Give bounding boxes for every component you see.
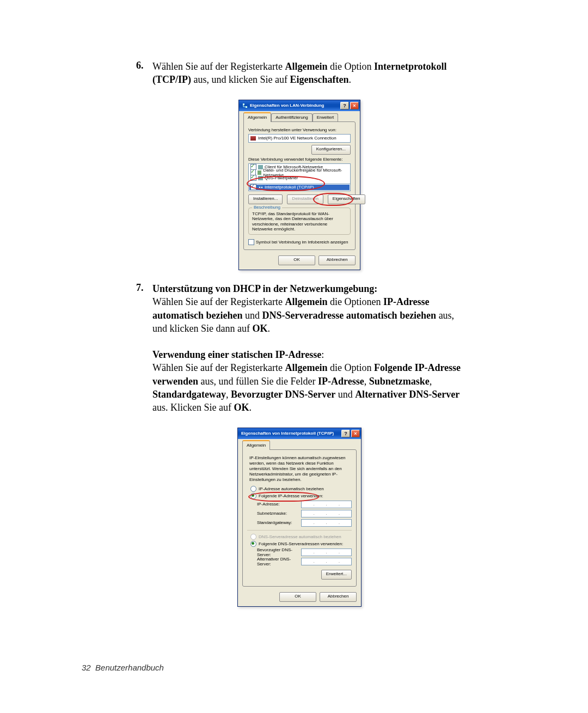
field-label: Subnetzmaske: bbox=[257, 511, 301, 516]
ip-address-input[interactable]: ... bbox=[301, 501, 352, 508]
intro-text: IP-Einstellungen können automatisch zuge… bbox=[249, 455, 350, 483]
checkbox[interactable] bbox=[250, 175, 256, 181]
nic-icon bbox=[250, 136, 256, 141]
title-text: Eigenschaften von LAN-Verbindung bbox=[250, 103, 339, 108]
radio-label: IP-Adresse automatisch beziehen bbox=[259, 486, 324, 491]
radio-auto-ip[interactable]: IP-Adresse automatisch beziehen bbox=[250, 486, 352, 492]
radio[interactable] bbox=[250, 486, 256, 492]
page-number: 32 bbox=[82, 663, 91, 672]
ip-address-row: IP-Adresse:... bbox=[257, 501, 352, 508]
uninstall-button: Deinstallieren bbox=[287, 194, 323, 204]
step-7-para2: Wählen Sie auf der Registerkarte Allgeme… bbox=[152, 361, 463, 414]
screenshot-tcpip-properties: Eigenschaften von Internetprotokoll (TCP… bbox=[136, 428, 463, 607]
svg-rect-0 bbox=[243, 103, 244, 105]
description-group: Beschreibung TCP/IP, das Standardprotoko… bbox=[248, 208, 351, 235]
tab-allgemein[interactable]: Allgemein bbox=[242, 440, 270, 450]
static-ip-heading: Verwendung einer statischen IP-Adresse bbox=[152, 349, 321, 360]
tcpip-properties-dialog: Eigenschaften von Internetprotokoll (TCP… bbox=[237, 428, 362, 607]
tab-allgemein[interactable]: Allgemein bbox=[243, 112, 271, 122]
checkbox[interactable] bbox=[250, 184, 256, 190]
radio-label: Folgende DNS-Serveradressen verwenden: bbox=[259, 541, 343, 546]
cancel-button[interactable]: Abbrechen bbox=[320, 592, 357, 602]
text: die Option bbox=[327, 61, 374, 72]
tray-icon-row[interactable]: Symbol bei Verbindung im Infobereich anz… bbox=[248, 239, 351, 245]
adapter-field[interactable]: Intel(R) Pro/100 VE Network Connection bbox=[248, 134, 351, 143]
radio bbox=[250, 534, 256, 540]
tabs: Allgemein bbox=[242, 440, 357, 450]
radio-static-dns[interactable]: Folgende DNS-Serveradressen verwenden: bbox=[250, 541, 352, 547]
tab-erweitert[interactable]: Erweitert bbox=[313, 113, 339, 121]
list-item-label: QoS-Paketplaner bbox=[265, 175, 298, 180]
subnet-input[interactable]: ... bbox=[301, 510, 352, 517]
list-item-tcpip[interactable]: Internetprotokoll (TCP/IP) bbox=[249, 185, 350, 190]
tray-checkbox[interactable] bbox=[248, 239, 254, 245]
help-button[interactable]: ? bbox=[341, 430, 350, 437]
titlebar: Eigenschaften von LAN-Verbindung ? × bbox=[239, 100, 360, 111]
ok-button[interactable]: OK bbox=[278, 255, 315, 265]
dhcp-heading: Unterstützung von DHCP in der Netzwerkum… bbox=[152, 283, 377, 294]
radio-static-ip[interactable]: Folgende IP-Adresse verwenden: bbox=[250, 493, 352, 499]
field-label: Alternativer DNS-Server: bbox=[257, 557, 301, 566]
field-label: IP-Adresse: bbox=[257, 502, 301, 507]
list-item-label: Internetprotokoll (TCP/IP) bbox=[265, 185, 314, 190]
uses-label: Diese Verbindung verwendet folgende Elem… bbox=[248, 157, 351, 162]
share-icon bbox=[258, 170, 262, 175]
text: aus, und klicken Sie auf bbox=[191, 74, 290, 85]
radio[interactable] bbox=[250, 493, 256, 499]
tab-panel: IP-Einstellungen können automatisch zuge… bbox=[242, 449, 357, 587]
tabs: Allgemein Authentifizierung Erweitert bbox=[243, 112, 356, 122]
description-text: TCP/IP, das Standardprotokoll für WAN-Ne… bbox=[252, 211, 347, 232]
step-6: 6. Wählen Sie auf der Registerkarte Allg… bbox=[136, 60, 463, 87]
tray-label: Symbol bei Verbindung im Infobereich anz… bbox=[256, 240, 348, 245]
field-label: Bevorzugter DNS-Server: bbox=[257, 547, 301, 557]
adapter-name: Intel(R) Pro/100 VE Network Connection bbox=[258, 135, 336, 142]
advanced-button[interactable]: Erweitert... bbox=[321, 570, 352, 580]
step-6-number: 6. bbox=[136, 60, 152, 87]
dns-primary-row: Bevorzugter DNS-Server:... bbox=[257, 549, 352, 556]
close-button[interactable]: × bbox=[350, 102, 359, 109]
step-6-text: Wählen Sie auf der Registerkarte Allgeme… bbox=[152, 60, 463, 87]
radio[interactable] bbox=[250, 541, 256, 547]
dns-alt-input[interactable]: ... bbox=[301, 558, 352, 565]
properties-button[interactable]: Eigenschaften bbox=[328, 194, 365, 204]
gateway-row: Standardgateway:... bbox=[257, 519, 352, 527]
screenshot-lan-properties: Eigenschaften von LAN-Verbindung ? × All… bbox=[136, 100, 463, 270]
radio-auto-dns: DNS-Serveradresse automatisch beziehen bbox=[250, 534, 352, 540]
radio-label: DNS-Serveradresse automatisch beziehen bbox=[259, 534, 341, 539]
text: Wählen Sie auf der Registerkarte bbox=[152, 61, 285, 72]
bold: Allgemein bbox=[285, 61, 327, 72]
lan-properties-dialog: Eigenschaften von LAN-Verbindung ? × All… bbox=[238, 100, 360, 270]
close-button[interactable]: × bbox=[351, 430, 360, 437]
gateway-input[interactable]: ... bbox=[301, 519, 352, 527]
text: . bbox=[348, 74, 351, 85]
ok-button[interactable]: OK bbox=[279, 592, 316, 602]
dns-primary-input[interactable]: ... bbox=[301, 549, 352, 556]
step-7-body: Unterstützung von DHCP in der Netzwerkum… bbox=[152, 282, 463, 415]
subnet-row: Subnetzmaske:... bbox=[257, 510, 352, 517]
title-text: Eigenschaften von Internetprotokoll (TCP… bbox=[241, 431, 340, 436]
radio-label: Folgende IP-Adresse verwenden: bbox=[259, 493, 323, 498]
step-7-para1: Wählen Sie auf der Registerkarte Allgeme… bbox=[152, 295, 463, 335]
components-listbox[interactable]: Client für Microsoft-Netzwerke Datei- un… bbox=[248, 163, 351, 184]
help-button[interactable]: ? bbox=[340, 102, 349, 109]
cancel-button[interactable]: Abbrechen bbox=[318, 255, 356, 265]
connect-using-label: Verbindung herstellen unter Verwendung v… bbox=[248, 127, 351, 132]
step-7-number: 7. bbox=[136, 282, 152, 415]
footer-label: Benutzerhandbuch bbox=[95, 663, 164, 672]
network-icon bbox=[258, 185, 263, 190]
svg-rect-1 bbox=[246, 106, 247, 108]
configure-button[interactable]: Konfigurieren... bbox=[311, 145, 351, 155]
install-button[interactable]: Installieren... bbox=[248, 194, 283, 204]
client-icon bbox=[258, 165, 263, 169]
qos-icon bbox=[258, 176, 263, 180]
tab-panel: Verbindung herstellen unter Verwendung v… bbox=[243, 121, 356, 250]
titlebar: Eigenschaften von Internetprotokoll (TCP… bbox=[238, 428, 361, 439]
dns-alt-row: Alternativer DNS-Server:... bbox=[257, 558, 352, 565]
connection-icon bbox=[242, 103, 248, 108]
page-footer: 32 Benutzerhandbuch bbox=[82, 663, 164, 672]
group-title: Beschreibung bbox=[252, 205, 282, 210]
field-label: Standardgateway: bbox=[257, 520, 301, 525]
manual-page: 6. Wählen Sie auf der Registerkarte Allg… bbox=[0, 0, 588, 651]
bold: Eigenschaften bbox=[290, 74, 348, 85]
tab-auth[interactable]: Authentifizierung bbox=[271, 113, 313, 121]
